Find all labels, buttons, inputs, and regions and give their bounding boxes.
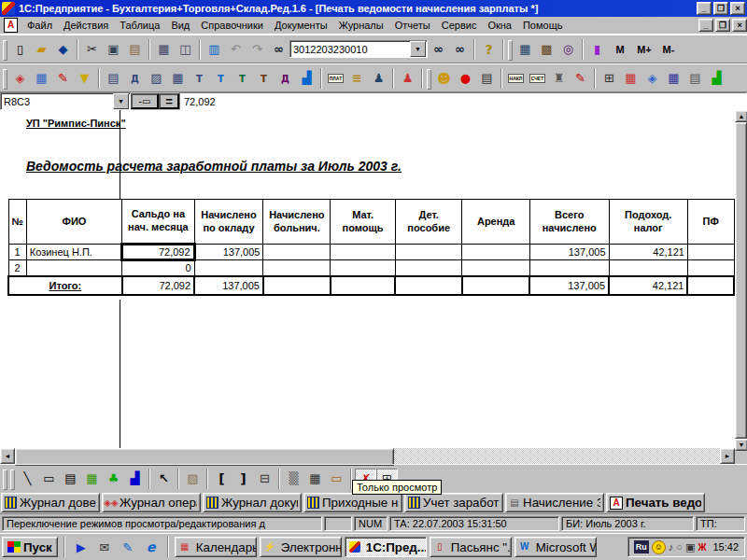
- tab-prihodnye[interactable]: Приходные на...: [303, 493, 402, 512]
- cell[interactable]: 1: [8, 245, 26, 260]
- fruit-button[interactable]: [455, 68, 476, 89]
- chart-green-button[interactable]: [706, 68, 727, 89]
- start-button[interactable]: Пуск: [2, 537, 58, 557]
- menu-actions[interactable]: Действия: [58, 18, 114, 33]
- cell[interactable]: [331, 245, 396, 260]
- bill-button[interactable]: СЧЕТ: [527, 68, 548, 89]
- save-button[interactable]: [52, 39, 74, 60]
- table-blue-button[interactable]: [663, 68, 684, 89]
- pin-button[interactable]: -▭: [131, 93, 159, 109]
- memory-button[interactable]: M: [608, 39, 632, 60]
- open-button[interactable]: [31, 39, 52, 60]
- print-preview-button[interactable]: [175, 39, 196, 60]
- scroll-track[interactable]: [394, 448, 720, 464]
- accounts-button[interactable]: [31, 68, 52, 89]
- cell-reference[interactable]: R8C3: [1, 96, 113, 107]
- cell[interactable]: [263, 260, 331, 276]
- tab-pechat-vedomosti[interactable]: АПечать ведо...: [606, 493, 705, 512]
- paste-button[interactable]: [124, 39, 146, 60]
- language-indicator[interactable]: Ru: [634, 540, 649, 553]
- tab-journal-dover[interactable]: Журнал довер...: [1, 493, 100, 512]
- vertical-scroll-thumb[interactable]: [735, 122, 747, 439]
- menu-table[interactable]: Таблица: [114, 18, 165, 33]
- camera-icon[interactable]: [685, 542, 695, 553]
- memory-plus-button[interactable]: M+: [632, 39, 656, 60]
- journal-3-button[interactable]: [146, 68, 167, 89]
- column-header[interactable]: Сальдо на нач. месяца: [122, 200, 194, 245]
- notes-launcher[interactable]: [118, 537, 138, 557]
- journal-5-button[interactable]: [189, 68, 210, 89]
- help-button[interactable]: [478, 39, 500, 60]
- journal-6-button[interactable]: [210, 68, 232, 89]
- cell-reference-combobox[interactable]: R8C3 ▼: [0, 92, 131, 110]
- pattern-button[interactable]: [182, 469, 204, 489]
- total-cell[interactable]: [687, 276, 734, 295]
- plant-button[interactable]: [103, 469, 124, 489]
- line-button[interactable]: [17, 469, 38, 489]
- search-value[interactable]: 3012203230010: [290, 44, 410, 55]
- journal-2-button[interactable]: [124, 68, 146, 89]
- monitor-button[interactable]: [204, 39, 225, 60]
- picture-button[interactable]: [81, 469, 103, 489]
- scroll-right-button[interactable]: ►: [720, 448, 735, 464]
- find-next-button[interactable]: [428, 39, 449, 60]
- total-cell[interactable]: 137,005: [194, 276, 263, 295]
- restore-button[interactable]: ❐: [713, 2, 728, 15]
- antivirus-icon[interactable]: [698, 542, 706, 553]
- cell[interactable]: [609, 260, 687, 276]
- column-header[interactable]: Дет. пособие: [395, 200, 462, 245]
- column-header[interactable]: ПФ: [687, 200, 734, 245]
- journal-1-button[interactable]: [103, 68, 124, 89]
- formula-value-field[interactable]: 72,092: [179, 92, 747, 110]
- total-cell[interactable]: [395, 276, 462, 295]
- cell[interactable]: [529, 260, 609, 276]
- menu-documents[interactable]: Документы: [269, 18, 333, 33]
- cell[interactable]: [26, 260, 121, 276]
- task-1c-active[interactable]: 1С:Пред...: [345, 537, 427, 557]
- coins-button[interactable]: [346, 68, 368, 89]
- calculator-button[interactable]: [514, 39, 536, 60]
- bracket-open-button[interactable]: [211, 469, 233, 489]
- smiley-icon[interactable]: ☺: [652, 540, 666, 554]
- column-header[interactable]: Всего начислено: [529, 200, 609, 245]
- cell[interactable]: 137,005: [194, 245, 263, 260]
- internet-explorer-launcher[interactable]: [141, 537, 162, 557]
- horizontal-scrollbar[interactable]: ◄ ►: [0, 448, 735, 464]
- payment-button[interactable]: ПЛАТ: [325, 68, 346, 89]
- cell[interactable]: [687, 245, 734, 260]
- cell[interactable]: 137,005: [529, 245, 609, 260]
- filter-button[interactable]: [74, 68, 95, 89]
- mdi-minimize-button[interactable]: _: [698, 19, 713, 32]
- menu-service[interactable]: Сервис: [436, 18, 483, 33]
- wizard-button[interactable]: [52, 68, 74, 89]
- new-button[interactable]: [9, 39, 31, 60]
- report-button[interactable]: [476, 68, 498, 89]
- smiley-button[interactable]: [433, 68, 455, 89]
- undo-button[interactable]: [225, 39, 247, 60]
- spreadsheet-document[interactable]: УП "Римпис-Пинск" Ведомость расчета зара…: [0, 110, 736, 448]
- task-solitaire[interactable]: ▯Пасьянс "...: [430, 537, 512, 557]
- chart-button[interactable]: [124, 469, 146, 489]
- tab-journal-opera[interactable]: ◈Журнал опера...: [102, 493, 201, 512]
- task-microsoft-word[interactable]: WMicrosoft W...: [514, 537, 597, 557]
- journal-10-button[interactable]: [296, 68, 317, 89]
- edit-doc-button[interactable]: [570, 68, 591, 89]
- cell[interactable]: Козинец Н.П.: [26, 245, 121, 260]
- journal-9-button[interactable]: [275, 68, 296, 89]
- cell[interactable]: [194, 260, 263, 276]
- scroll-down-button[interactable]: ▼: [735, 439, 747, 451]
- search-combobox[interactable]: 3012203230010 ▼: [289, 40, 428, 58]
- total-cell[interactable]: [462, 276, 529, 295]
- bracket-close-button[interactable]: [233, 469, 254, 489]
- menu-view[interactable]: Вид: [165, 18, 195, 33]
- tab-uchet-zarabotn[interactable]: Учет заработн...: [404, 493, 503, 512]
- cell[interactable]: [462, 260, 529, 276]
- total-label-cell[interactable]: Итого:: [8, 276, 122, 295]
- task-calendar[interactable]: Календарь...: [175, 537, 257, 557]
- book-button[interactable]: [586, 39, 608, 60]
- mail-launcher[interactable]: [94, 537, 115, 557]
- tab-nachislenie[interactable]: ▤Начисление З...: [505, 493, 604, 512]
- cell[interactable]: 0: [122, 260, 194, 276]
- tab-journal-dokum[interactable]: Журнал докум...: [203, 493, 302, 512]
- person-button[interactable]: [397, 68, 418, 89]
